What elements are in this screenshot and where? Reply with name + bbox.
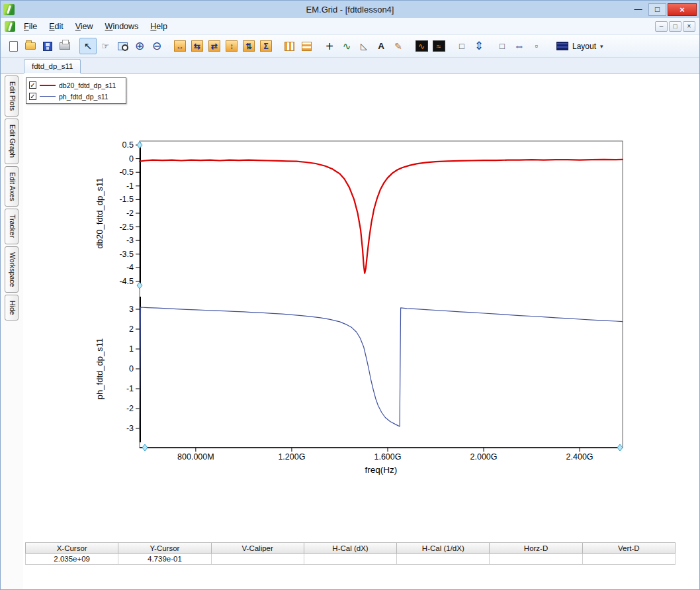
legend-checkbox[interactable]: ✓ — [29, 93, 36, 100]
expand-y-button[interactable]: ⇅ — [240, 38, 257, 54]
mdi-minimize-button[interactable]: – — [655, 21, 668, 32]
plot-svg: 800.000M1.200G1.600G2.000G2.400Gfreq(Hz)… — [23, 74, 699, 589]
mdi-restore-button[interactable]: □ — [669, 21, 681, 32]
status-table: X-CursorY-CursorV-CaliperH-Cal (dX)H-Cal… — [26, 542, 676, 565]
layout-label: Layout — [572, 42, 596, 51]
x-tick-label: 1.200G — [278, 452, 305, 462]
sidebar-tab-tracker[interactable]: Tracker — [5, 209, 19, 244]
y-tick-label: 1 — [129, 344, 134, 354]
fit-y-full-button[interactable]: ↕ — [223, 38, 240, 54]
v-caliper-box-button[interactable]: □ — [453, 38, 470, 54]
y-tick-label: -2 — [126, 404, 134, 413]
legend-row[interactable]: ✓ ph_fdtd_dp_s11 — [29, 91, 123, 102]
title-bar: EM.Grid - [fdtdlesson4] — □ × — [1, 1, 699, 18]
legend-line-sample — [40, 96, 56, 97]
mdi-close-button[interactable]: × — [683, 21, 695, 32]
minimize-button[interactable]: — — [629, 3, 647, 16]
y-tick-label: -1 — [126, 181, 134, 191]
menu-file[interactable]: File — [18, 19, 43, 34]
new-file-icon — [9, 41, 18, 52]
marker-box-button[interactable]: ▫ — [528, 38, 545, 54]
toolbar-separator — [315, 46, 321, 46]
y-tick-label: 2 — [129, 324, 134, 334]
expand-x-icon: ⇆ — [191, 40, 203, 52]
sidebar-tab-edit-graph[interactable]: Edit Graph — [5, 119, 19, 164]
y-tick-label: 3 — [129, 305, 134, 314]
status-value-cell — [489, 554, 582, 565]
slope-marker-button[interactable]: ◺ — [355, 38, 372, 54]
sidebar-tab-hide[interactable]: Hide — [5, 295, 19, 321]
zoom-in-button[interactable]: ⊕ — [131, 38, 148, 54]
zoom-window-button[interactable] — [114, 38, 131, 54]
print-icon — [60, 42, 70, 50]
save-file-button[interactable] — [39, 38, 56, 54]
new-file-button[interactable] — [5, 38, 22, 54]
legend-checkbox[interactable]: ✓ — [29, 81, 36, 89]
select-cursor-icon: ↖ — [84, 41, 93, 51]
expand-x-button[interactable]: ⇆ — [189, 38, 206, 54]
status-header-cell: H-Cal (1/dX) — [396, 542, 490, 554]
y-tick-label: -1 — [126, 384, 134, 393]
v-caliper-box-icon: □ — [459, 42, 464, 50]
shrink-x-button[interactable]: ⇄ — [206, 38, 223, 54]
vertical-grid-icon — [284, 42, 294, 51]
menu-bar: FileEditViewWindowsHelp – □ × — [1, 18, 699, 35]
menu-help[interactable]: Help — [144, 19, 173, 34]
fit-x-full-button[interactable]: ↔ — [171, 38, 189, 54]
maximize-button[interactable]: □ — [648, 3, 666, 16]
x-tick-label: 2.000G — [470, 452, 498, 462]
edit-note-button[interactable]: ✎ — [390, 38, 407, 54]
status-header-cell: Vert-D — [582, 542, 676, 554]
status-header-cell: Horz-D — [489, 542, 582, 554]
x-axis-title: freq(Hz) — [365, 465, 398, 475]
status-value-cell — [304, 554, 397, 565]
expand-y-icon: ⇅ — [243, 40, 255, 52]
zoom-out-button[interactable]: ⊖ — [148, 38, 165, 54]
h-caliper-button[interactable]: ⇔ — [511, 38, 528, 54]
menu-view[interactable]: View — [69, 19, 99, 34]
toolbar-separator — [488, 46, 494, 46]
close-button[interactable]: × — [668, 3, 697, 16]
shrink-x-icon: ⇄ — [208, 40, 220, 52]
caret-down-icon: ▾ — [600, 43, 603, 50]
status-header-cell: X-Cursor — [25, 542, 118, 554]
inverse-fft-button[interactable]: ≈ — [430, 38, 447, 54]
marker-box-icon: ▫ — [535, 42, 539, 50]
pan-hand-icon: ☞ — [101, 42, 109, 50]
menu-windows[interactable]: Windows — [99, 19, 145, 34]
pan-hand-button[interactable]: ☞ — [97, 38, 114, 54]
h-caliper-box-button[interactable]: □ — [494, 38, 511, 54]
trace-marker-button[interactable]: ∿ — [338, 38, 355, 54]
text-annotation-button[interactable]: A — [372, 38, 390, 54]
vertical-grid-button[interactable] — [281, 38, 298, 54]
tab-row: fdtd_dp_s11 — [1, 58, 699, 74]
autoscale-sum-icon: Σ — [260, 40, 272, 52]
zoom-window-icon — [118, 42, 128, 50]
y-tick-label: -4 — [126, 263, 134, 272]
status-value-cell — [211, 554, 304, 565]
v-caliper-button[interactable]: ⇕ — [470, 38, 488, 54]
status-value-cell — [582, 554, 676, 565]
open-file-button[interactable] — [22, 38, 39, 54]
sidebar-tab-workspace[interactable]: Workspace — [5, 246, 19, 293]
fft-button[interactable]: ∿ — [413, 38, 430, 54]
horizontal-grid-button[interactable] — [298, 38, 315, 54]
menu-edit[interactable]: Edit — [43, 19, 69, 34]
layout-dropdown[interactable]: Layout▾ — [551, 38, 609, 54]
document-tab[interactable]: fdtd_dp_s11 — [24, 59, 81, 74]
window-title: EM.Grid - [fdtdlesson4] — [1, 5, 699, 15]
sidebar-tab-edit-axes[interactable]: Edit Axes — [5, 166, 19, 207]
plot-canvas: 800.000M1.200G1.600G2.000G2.400Gfreq(Hz)… — [23, 74, 699, 589]
x-tick-label: 800.000M — [177, 452, 214, 462]
y-tick-label: -4.5 — [119, 277, 134, 286]
open-file-icon — [25, 42, 36, 50]
autoscale-sum-button[interactable]: Σ — [257, 38, 275, 54]
print-button[interactable] — [56, 38, 73, 54]
toolbar-separator — [447, 46, 453, 46]
select-cursor-button[interactable]: ↖ — [79, 38, 97, 54]
sidebar-tab-edit-plots[interactable]: Edit Plots — [5, 75, 19, 117]
save-file-icon — [43, 42, 52, 51]
status-value-cell: 2.035e+09 — [25, 554, 118, 565]
crosshair-button[interactable]: + — [321, 38, 338, 54]
legend-row[interactable]: ✓ db20_fdtd_dp_s11 — [29, 79, 123, 91]
